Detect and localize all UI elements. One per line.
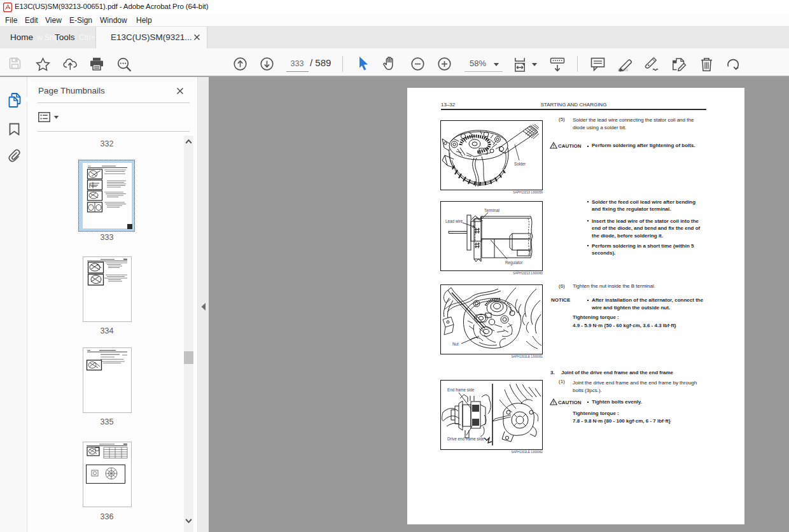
svg-text:Lead wire: Lead wire <box>445 219 463 223</box>
svg-text:Solder: Solder <box>514 162 526 166</box>
svg-text:Terminal: Terminal <box>484 208 499 213</box>
svg-text:Drive end frame side: Drive end frame side <box>447 437 485 441</box>
svg-text:Nut: Nut <box>452 342 459 346</box>
svg-text:Regulator: Regulator <box>505 260 522 265</box>
svg-text:End frame side: End frame side <box>447 388 475 392</box>
